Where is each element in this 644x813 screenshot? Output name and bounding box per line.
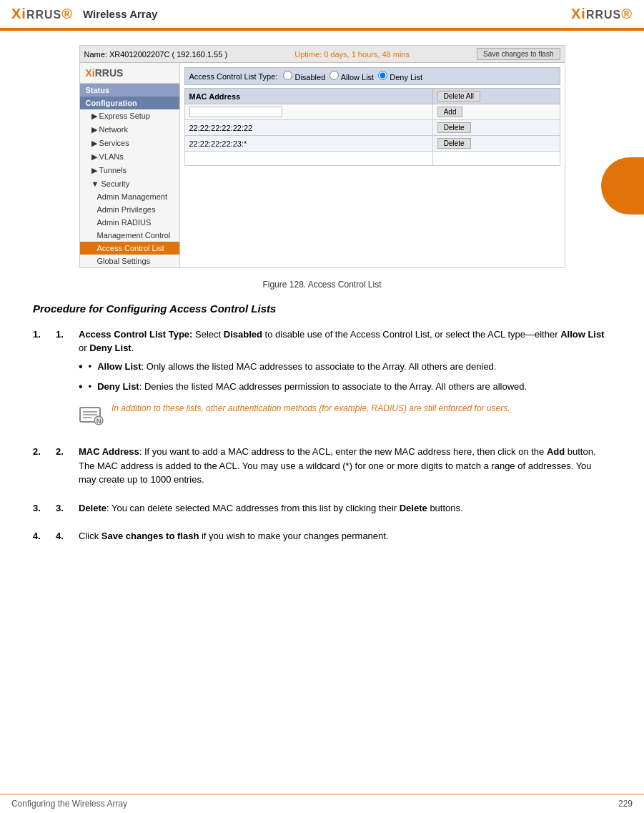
step-4-number: 4. xyxy=(56,529,71,548)
bullet-dot: • xyxy=(89,360,92,375)
step-4-content: Click Save changes to flash if you wish … xyxy=(79,529,611,548)
step-1-bullets: • Allow List: Only allows the listed MAC… xyxy=(79,360,611,395)
acl-radio-group: Disabled Allow List Deny List xyxy=(283,71,422,82)
step-1: 1. Access Control List Type: Select Disa… xyxy=(33,327,611,435)
page-footer: Configuring the Wireless Array 229 xyxy=(0,794,644,813)
uptime: Uptime: 0 days, 1 hours, 48 mins xyxy=(294,50,410,59)
radio-deny-label[interactable]: Deny List xyxy=(378,71,422,82)
sidebar-item-network[interactable]: ▶ Network xyxy=(80,123,179,137)
mac-entry-0: 22:22:22:22:22:22 xyxy=(184,120,432,136)
bullet-deny-list: • Deny List: Denies the listed MAC addre… xyxy=(79,380,611,395)
delete-all-cell: Delete All xyxy=(432,89,560,104)
bullet-allow-list: • Allow List: Only allows the listed MAC… xyxy=(79,360,611,375)
orange-circle-decoration xyxy=(601,157,644,215)
radio-disabled[interactable] xyxy=(283,71,292,80)
add-button[interactable]: Add xyxy=(437,107,463,117)
sidebar-logo-text: XiRRUS xyxy=(86,67,124,79)
device-name: Name: XR4012002207C ( 192.160.1.55 ) xyxy=(84,50,228,59)
ui-topbar: Name: XR4012002207C ( 192.160.1.55 ) Upt… xyxy=(80,46,565,63)
sidebar-item-admin-radius[interactable]: Admin RADIUS xyxy=(80,216,179,229)
note-box: N In addition to these lists, other auth… xyxy=(79,402,611,428)
sidebar-item-admin-privileges[interactable]: Admin Privileges xyxy=(80,203,179,216)
sidebar-item-services[interactable]: ▶ Services xyxy=(80,137,179,150)
ui-panel: Access Control List Type: Disabled Allow… xyxy=(180,63,565,267)
step-3: 3. Delete: You can delete selected MAC a… xyxy=(33,501,611,520)
delete-button-1[interactable]: Delete xyxy=(437,138,471,149)
note-text: In addition to these lists, other authen… xyxy=(112,402,510,415)
step-2-number: 2. xyxy=(56,445,71,491)
delete-all-button[interactable]: Delete All xyxy=(437,91,480,102)
mac-column-header: MAC Address xyxy=(184,89,432,104)
step-4-bold: Save changes to flash xyxy=(101,531,199,541)
radio-allow-label[interactable]: Allow List xyxy=(330,71,374,82)
svg-text:N: N xyxy=(96,418,101,425)
step-1-bold: Access Control List Type: xyxy=(79,329,192,340)
step-4: 4. Click Save changes to flash if you wi… xyxy=(33,529,611,548)
acl-type-label: Access Control List Type: xyxy=(189,72,278,81)
add-button-cell: Add xyxy=(432,104,560,120)
header-title: Wireless Array xyxy=(83,8,157,20)
mac-add-row: Add xyxy=(184,104,560,120)
doc-content: Procedure for Configuring Access Control… xyxy=(11,301,633,558)
step-1-content: Access Control List Type: Select Disable… xyxy=(79,327,611,435)
empty-row xyxy=(184,152,560,166)
sidebar-item-express-setup[interactable]: ▶ Express Setup xyxy=(80,109,179,123)
sidebar-item-management-control[interactable]: Management Control xyxy=(80,229,179,242)
sidebar-item-security[interactable]: ▼ Security xyxy=(80,177,179,190)
procedure-heading: Procedure for Configuring Access Control… xyxy=(33,301,611,317)
ui-frame: Name: XR4012002207C ( 192.160.1.55 ) Upt… xyxy=(79,45,565,268)
step-2: 2. MAC Address: If you want to add a MAC… xyxy=(33,445,611,491)
step-3-bold: Delete xyxy=(79,503,106,513)
steps-list: 1. Access Control List Type: Select Disa… xyxy=(33,327,611,548)
ui-sidebar: XiRRUS Status Configuration ▶ Express Se… xyxy=(80,63,180,267)
footer-left: Configuring the Wireless Array xyxy=(11,799,127,809)
sidebar-item-vlans[interactable]: ▶ VLANs xyxy=(80,150,179,164)
save-changes-button[interactable]: Save changes to flash xyxy=(477,48,560,60)
delete-button-0[interactable]: Delete xyxy=(437,122,471,133)
table-row: 22:22:22:22:22:22 Delete xyxy=(184,120,560,136)
sidebar-logo: XiRRUS xyxy=(80,63,179,84)
mac-entry-1: 22:22:22:22:23:* xyxy=(184,136,432,152)
mac-address-input[interactable] xyxy=(189,107,282,117)
sidebar-item-admin-management[interactable]: Admin Management xyxy=(80,190,179,203)
radio-disabled-label[interactable]: Disabled xyxy=(283,71,325,82)
acl-type-row: Access Control List Type: Disabled Allow… xyxy=(184,67,560,85)
step-3-content: Delete: You can delete selected MAC addr… xyxy=(79,501,611,520)
step-1-number: 1. xyxy=(56,327,71,435)
sidebar-item-tunnels[interactable]: ▶ Tunnels xyxy=(80,164,179,177)
step-2-content: MAC Address: If you want to add a MAC ad… xyxy=(79,445,611,491)
sidebar-item-status[interactable]: Status xyxy=(80,84,179,97)
bullet-allow-text: Allow List: Only allows the listed MAC a… xyxy=(97,360,496,375)
header-logo-right: XiRRUS® xyxy=(571,6,633,22)
sidebar-item-configuration[interactable]: Configuration xyxy=(80,97,179,109)
step-3-number: 3. xyxy=(56,501,71,520)
mac-table: MAC Address Delete All Add xyxy=(184,88,560,166)
radio-deny[interactable] xyxy=(378,71,387,80)
page-header: XiRRUS® Wireless Array XiRRUS® xyxy=(0,0,644,29)
bullet-dot: • xyxy=(89,380,92,395)
footer-right: 229 xyxy=(618,799,633,809)
note-icon: N xyxy=(79,402,104,428)
figure-caption: Figure 128. Access Control List xyxy=(11,280,633,290)
sidebar-item-global-settings[interactable]: Global Settings xyxy=(80,255,179,267)
bullet-deny-text: Deny List: Denies the listed MAC address… xyxy=(97,380,527,395)
main-content: Name: XR4012002207C ( 192.160.1.55 ) Upt… xyxy=(0,38,644,565)
header-logo: XiRRUS® xyxy=(11,6,73,22)
sidebar-item-access-control-list[interactable]: Access Control List xyxy=(80,242,179,255)
table-row: 22:22:22:22:23:* Delete xyxy=(184,136,560,152)
step-2-bold: MAC Address xyxy=(79,446,139,457)
radio-allow[interactable] xyxy=(330,71,339,80)
mac-input-cell xyxy=(184,104,432,120)
ui-body: XiRRUS Status Configuration ▶ Express Se… xyxy=(80,63,565,267)
